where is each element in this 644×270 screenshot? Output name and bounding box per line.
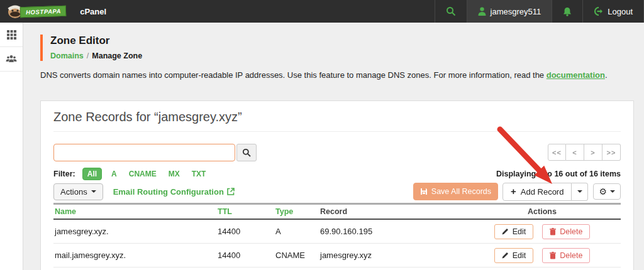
record-value: jamesgrey.xyz (320, 251, 464, 260)
pencil-icon (502, 252, 509, 259)
pencil-icon (502, 228, 509, 235)
record-name: mail.jamesgrey.xyz. (53, 251, 218, 260)
chevron-down-icon (610, 190, 615, 193)
record-actions: Edit Delete (464, 248, 621, 263)
topbar: HOSTPAPA cPanel jamesgrey511 (0, 0, 644, 23)
table-row: jamesgrey.xyz. 14400 A 69.90.160.195 Edi… (53, 220, 621, 244)
topbar-logout-button[interactable]: Logout (582, 0, 644, 23)
sidebar (0, 23, 23, 270)
edit-button[interactable]: Edit (494, 248, 534, 263)
filter-row: Filter: All A CNAME MX TXT Displaying 1 … (53, 168, 621, 180)
record-ttl: 14400 (218, 251, 275, 260)
delete-label: Delete (560, 227, 582, 236)
logout-label: Logout (608, 7, 633, 16)
sidebar-item-apps[interactable] (0, 23, 23, 47)
pagination-first-button[interactable]: << (548, 144, 566, 161)
pagination-prev-button[interactable]: < (566, 144, 584, 161)
documentation-link[interactable]: documentation (547, 70, 605, 80)
page-header: Zone Editor Domains/Manage Zone (40, 35, 634, 61)
add-record-button[interactable]: + Add Record (502, 183, 572, 201)
topbar-user-menu[interactable]: jamesgrey511 (467, 0, 552, 23)
pagination: << < > >> (548, 144, 621, 161)
logout-icon (594, 7, 603, 16)
column-header-type: Type (275, 207, 320, 216)
save-all-label: Save All Records (431, 187, 491, 196)
search-icon (242, 148, 251, 157)
zone-search-input[interactable] (53, 144, 235, 161)
users-group-icon (6, 55, 17, 63)
table-header-row: Name TTL Type Record Actions (53, 203, 621, 220)
column-header-actions: Actions (464, 207, 621, 216)
user-icon (478, 7, 486, 16)
edit-label: Edit (513, 251, 526, 260)
pagination-last-button[interactable]: >> (602, 144, 621, 161)
save-icon (420, 188, 428, 195)
page-title: Zone Editor (50, 35, 634, 47)
chevron-down-icon (577, 190, 582, 193)
pagination-status: Displaying 1 to 16 out of 16 items (496, 170, 621, 178)
actions-label: Actions (60, 187, 87, 197)
topbar-right: jamesgrey511 Logout (435, 0, 644, 23)
record-value: 69.90.160.195 (320, 227, 464, 236)
delete-button[interactable]: Delete (542, 224, 590, 239)
trash-icon (550, 228, 556, 235)
grid-icon (7, 30, 16, 40)
filter-all-button[interactable]: All (82, 168, 102, 180)
breadcrumb-domains-link[interactable]: Domains (50, 51, 84, 60)
screen: HOSTPAPA cPanel jamesgrey511 (0, 0, 644, 270)
actions-dropdown-button[interactable]: Actions (53, 183, 103, 200)
topbar-notifications-button[interactable] (552, 0, 582, 23)
hostpapa-brand-banner: HOSTPAPA (20, 5, 67, 18)
breadcrumb-current: Manage Zone (92, 51, 142, 60)
record-type: A (275, 227, 320, 236)
filter-a-link[interactable]: A (111, 170, 117, 178)
search-icon (446, 6, 456, 16)
external-link-icon (227, 188, 235, 195)
filter-cname-link[interactable]: CNAME (129, 170, 157, 178)
filter-txt-link[interactable]: TXT (192, 170, 206, 178)
table-row: mail.jamesgrey.xyz. 14400 CNAME jamesgre… (53, 244, 621, 267)
main-content: Zone Editor Domains/Manage Zone DNS conv… (23, 23, 644, 270)
record-ttl: 14400 (218, 227, 275, 236)
add-record-caret-button[interactable] (572, 183, 588, 201)
delete-button[interactable]: Delete (542, 248, 590, 263)
email-routing-label: Email Routing Configuration (113, 187, 224, 197)
filter-mx-link[interactable]: MX (169, 170, 180, 178)
controls-row: << < > >> (53, 144, 621, 161)
edit-label: Edit (513, 227, 526, 236)
email-routing-link[interactable]: Email Routing Configuration (113, 187, 235, 197)
edit-button[interactable]: Edit (494, 224, 534, 239)
app-name: cPanel (80, 0, 106, 23)
add-record-label: Add Record (521, 187, 564, 197)
settings-gear-button[interactable]: ⚙ (593, 183, 621, 200)
page-description: DNS converts domain names into computer-… (40, 70, 634, 80)
topbar-search-button[interactable] (435, 0, 467, 23)
description-period: . (605, 70, 608, 80)
hostpapa-logo[interactable]: HOSTPAPA (0, 0, 66, 23)
filter-label: Filter: (53, 170, 75, 178)
zone-search-button[interactable] (236, 144, 257, 161)
column-header-ttl: TTL (218, 207, 275, 216)
username-label: jamesgrey511 (491, 7, 541, 16)
chevron-down-icon (91, 190, 96, 193)
record-name: jamesgrey.xyz. (53, 227, 218, 236)
breadcrumb: Domains/Manage Zone (50, 51, 634, 61)
delete-label: Delete (560, 251, 582, 260)
toolbar-row: Actions Email Routing Configuration (53, 183, 621, 200)
save-all-records-button[interactable]: Save All Records (413, 183, 498, 200)
record-type: CNAME (275, 251, 320, 260)
toolbar-right: Save All Records + Add Record ⚙ (413, 183, 621, 201)
card-title: Zone Records for “jamesgrey.xyz” (53, 110, 621, 132)
pagination-next-button[interactable]: > (584, 144, 602, 161)
add-record-group: + Add Record (502, 183, 588, 201)
description-text: DNS converts domain names into computer-… (40, 70, 547, 80)
zone-records-table: Name TTL Type Record Actions jamesgrey.x… (53, 203, 621, 267)
record-actions: Edit Delete (464, 224, 621, 239)
column-header-record: Record (320, 207, 464, 216)
breadcrumb-separator: / (87, 51, 89, 60)
bell-icon (563, 7, 572, 16)
sidebar-item-accounts[interactable] (0, 47, 23, 72)
search-group (53, 144, 257, 161)
trash-icon (550, 252, 556, 259)
column-header-name: Name (53, 207, 218, 216)
